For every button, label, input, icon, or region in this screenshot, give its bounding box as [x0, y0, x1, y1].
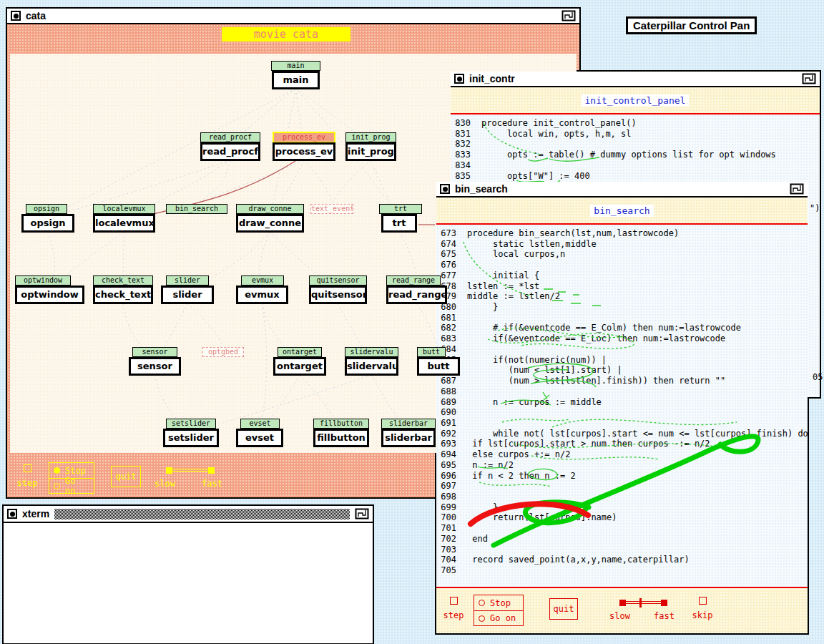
cata-title: cata [26, 10, 46, 21]
window-xterm: xterm [2, 504, 374, 644]
node-tab-check_text[interactable]: check_text [93, 275, 153, 286]
node-tab-draw_conne[interactable]: draw_conne [236, 204, 304, 214]
node-tab-butt[interactable]: butt [417, 347, 446, 357]
node-setslider[interactable]: setslider [163, 429, 219, 447]
node-opsign[interactable]: opsign [21, 214, 74, 233]
stop-label: Stop [490, 598, 511, 608]
slow-label: slow [154, 479, 175, 489]
quit-button[interactable]: quit [549, 598, 578, 620]
iconify-icon[interactable] [802, 73, 816, 84]
step-checkbox[interactable] [450, 597, 458, 605]
go-on-option[interactable]: Go on [474, 610, 523, 625]
slider-track[interactable] [169, 469, 212, 472]
node-tab-setslider[interactable]: setslider [166, 419, 216, 429]
node-read_range[interactable]: read_range [386, 286, 447, 304]
stop-label: Stop [65, 466, 86, 476]
run-mode-radiogroup: Stop Go on [474, 595, 524, 626]
node-slidervalu[interactable]: slidervalu [345, 357, 398, 376]
cata-titlebar[interactable]: cata [7, 9, 579, 24]
node-tab-slider[interactable]: slider [166, 275, 209, 286]
bin-search-titlebar[interactable]: bin_search [436, 182, 808, 197]
node-tab-fillbutton[interactable]: fillbutton [313, 419, 369, 429]
stop-radio[interactable] [479, 600, 485, 606]
node-tab-evmux[interactable]: evmux [241, 275, 284, 286]
window-menu-icon[interactable] [454, 74, 464, 84]
node-tab-text_event[interactable]: text_event [310, 204, 353, 214]
node-tab-main[interactable]: main [271, 61, 320, 71]
speed-slider[interactable]: slow fast [159, 467, 237, 492]
node-tab-read_procf[interactable]: read_procf [200, 132, 260, 142]
iconify-icon[interactable] [561, 10, 576, 21]
node-tab-init_prog[interactable]: init_prog [345, 132, 396, 142]
iconify-icon[interactable] [790, 183, 804, 195]
node-butt[interactable]: butt [417, 357, 460, 376]
node-tab-localevmux[interactable]: localevmux [93, 204, 155, 214]
slider-track[interactable] [622, 601, 664, 604]
slider-handle-right[interactable] [208, 467, 215, 474]
xterm-terminal-area[interactable] [4, 523, 373, 643]
slider-handle-left[interactable] [166, 467, 172, 474]
node-tab-bin_search[interactable]: bin_search [166, 204, 227, 214]
window-menu-dot [443, 187, 448, 192]
node-localevmux[interactable]: localevmux [93, 214, 155, 233]
step-label: step [443, 610, 464, 620]
node-evset[interactable]: evset [236, 429, 283, 447]
step-control: step [439, 597, 468, 621]
node-tab-trt[interactable]: trt [379, 204, 422, 214]
node-check_text[interactable]: check_text [93, 286, 153, 304]
node-tab-ontarget[interactable]: ontarget [278, 347, 322, 357]
node-tab-quitsensor[interactable]: quitsensor [309, 275, 367, 286]
node-sliderbar[interactable]: sliderbar [381, 429, 436, 447]
node-optwindow[interactable]: optwindow [15, 286, 84, 304]
node-tab-process_ev[interactable]: process_ev [273, 132, 335, 143]
go-on-radio[interactable] [479, 615, 485, 622]
node-fillbutton[interactable]: fillbutton [313, 429, 369, 447]
code-line: 704 record saved_point(a,x,y,name,caterp… [436, 555, 808, 565]
node-tab-opsign[interactable]: opsign [26, 204, 67, 214]
node-tab-read_range[interactable]: read_range [386, 275, 441, 286]
window-menu-dot [14, 14, 19, 19]
node-main[interactable]: main [272, 71, 320, 89]
quit-button[interactable]: quit [111, 466, 141, 487]
code-line: 701 [436, 523, 808, 534]
desktop: { "colors": { "desktop_bg": "#d5ebf7", "… [0, 0, 824, 644]
slider-handle-left[interactable] [619, 600, 626, 606]
window-menu-icon[interactable] [440, 184, 450, 194]
node-draw_conne[interactable]: draw_conne [236, 214, 304, 233]
go-on-option[interactable]: Go on [49, 478, 94, 493]
step-checkbox[interactable] [24, 464, 31, 472]
node-sensor[interactable]: sensor [129, 357, 181, 376]
node-tab-optgbed[interactable]: optgbed [202, 347, 244, 357]
iconify-icon[interactable] [355, 508, 369, 519]
window-menu-icon[interactable] [7, 509, 17, 519]
stop-option[interactable]: Stop [474, 595, 523, 610]
procedure-name-label: bin_search [590, 205, 653, 217]
go-on-radio[interactable] [54, 483, 60, 489]
titlebar-focus-pattern[interactable] [54, 509, 350, 519]
node-process_ev[interactable]: process_ev [273, 142, 335, 161]
node-tab-slidervalu[interactable]: slidervalu [345, 347, 398, 357]
skip-checkbox[interactable] [699, 597, 707, 605]
xterm-titlebar[interactable]: xterm [4, 506, 373, 523]
init-contr-titlebar[interactable]: init_contr [451, 72, 820, 87]
window-menu-icon[interactable] [11, 11, 21, 21]
node-read_procf[interactable]: read_procf [200, 142, 260, 161]
node-tab-sensor[interactable]: sensor [132, 347, 177, 357]
node-trt[interactable]: trt [381, 214, 417, 233]
caterpillar-control-panel-button[interactable]: Caterpillar Control Pan [626, 16, 757, 34]
bin-search-title: bin_search [455, 183, 508, 195]
node-slider[interactable]: slider [161, 286, 214, 304]
stop-radio[interactable] [54, 467, 60, 474]
node-quitsensor[interactable]: quitsensor [309, 286, 367, 304]
procedure-name-label: init_control_panel [582, 94, 690, 107]
node-tab-evset[interactable]: evset [240, 419, 280, 429]
init-contr-title: init_contr [469, 73, 515, 84]
code-line: 700 return(lst[curpos].name) [436, 512, 808, 523]
node-tab-optwindow[interactable]: optwindow [15, 275, 71, 286]
node-tab-sliderbar[interactable]: sliderbar [381, 419, 436, 429]
node-evmux[interactable]: evmux [236, 286, 288, 304]
node-ontarget[interactable]: ontarget [273, 357, 326, 376]
node-init_prog[interactable]: init_prog [345, 142, 396, 161]
speed-slider[interactable]: slow fast [614, 600, 692, 624]
slider-handle-right[interactable] [661, 600, 667, 606]
